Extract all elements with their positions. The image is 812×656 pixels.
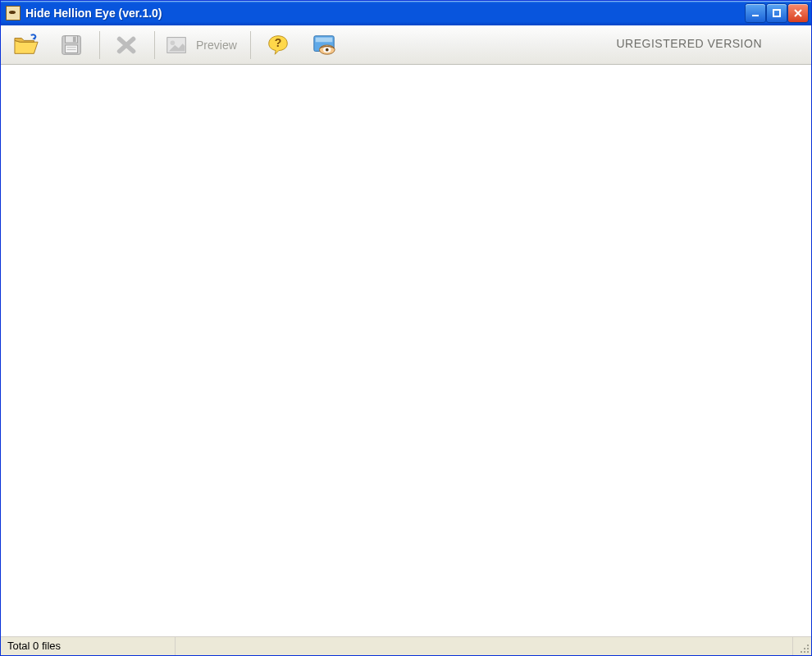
- toolbar-separator: [99, 31, 100, 59]
- svg-rect-4: [73, 36, 76, 42]
- preview-label: Preview: [196, 39, 237, 52]
- svg-rect-12: [315, 37, 332, 42]
- svg-rect-0: [752, 15, 759, 16]
- image-icon: [163, 33, 191, 57]
- content-area[interactable]: [1, 65, 811, 636]
- svg-point-16: [807, 651, 809, 653]
- svg-point-20: [804, 648, 805, 649]
- close-button[interactable]: [788, 4, 808, 22]
- help-button[interactable]: ?: [256, 29, 300, 61]
- maximize-icon: [772, 8, 782, 18]
- close-icon: [793, 8, 803, 18]
- save-button[interactable]: [50, 29, 94, 61]
- toolbar-separator: [154, 31, 155, 59]
- titlebar[interactable]: Hide Hellion Eye (ver.1.0): [1, 1, 811, 25]
- about-button[interactable]: [302, 29, 346, 61]
- svg-point-15: [326, 48, 329, 51]
- resize-grip-icon: [798, 642, 810, 654]
- svg-point-21: [807, 645, 809, 646]
- svg-rect-5: [66, 45, 78, 52]
- svg-text:?: ?: [275, 35, 282, 48]
- svg-rect-1: [773, 10, 780, 16]
- svg-point-17: [804, 651, 805, 653]
- toolbar: Preview ? UREGISTERED VERSION: [1, 25, 811, 65]
- help-balloon-icon: ?: [264, 33, 292, 57]
- delete-x-icon: [113, 33, 141, 57]
- svg-point-19: [801, 651, 802, 653]
- app-icon: [6, 6, 21, 20]
- save-disk-icon: [58, 33, 86, 57]
- open-button[interactable]: [4, 29, 48, 61]
- registration-notice: UREGISTERED VERSION: [616, 37, 762, 50]
- open-folder-icon: [12, 33, 40, 57]
- window-title: Hide Hellion Eye (ver.1.0): [25, 7, 162, 20]
- toolbar-separator: [250, 31, 251, 59]
- statusbar: Total 0 files: [1, 636, 811, 655]
- status-total-files: Total 0 files: [1, 637, 176, 655]
- svg-point-18: [807, 648, 809, 649]
- minimize-button[interactable]: [746, 4, 765, 22]
- status-empty: [176, 637, 793, 655]
- preview-button[interactable]: Preview: [160, 29, 245, 61]
- svg-point-9: [171, 40, 176, 45]
- window-controls: [746, 4, 808, 22]
- app-window: Hide Hellion Eye (ver.1.0): [0, 0, 812, 656]
- minimize-icon: [750, 8, 760, 18]
- resize-grip[interactable]: [793, 637, 811, 655]
- maximize-button[interactable]: [767, 4, 787, 22]
- delete-button[interactable]: [105, 29, 149, 61]
- about-eye-icon: [310, 33, 338, 57]
